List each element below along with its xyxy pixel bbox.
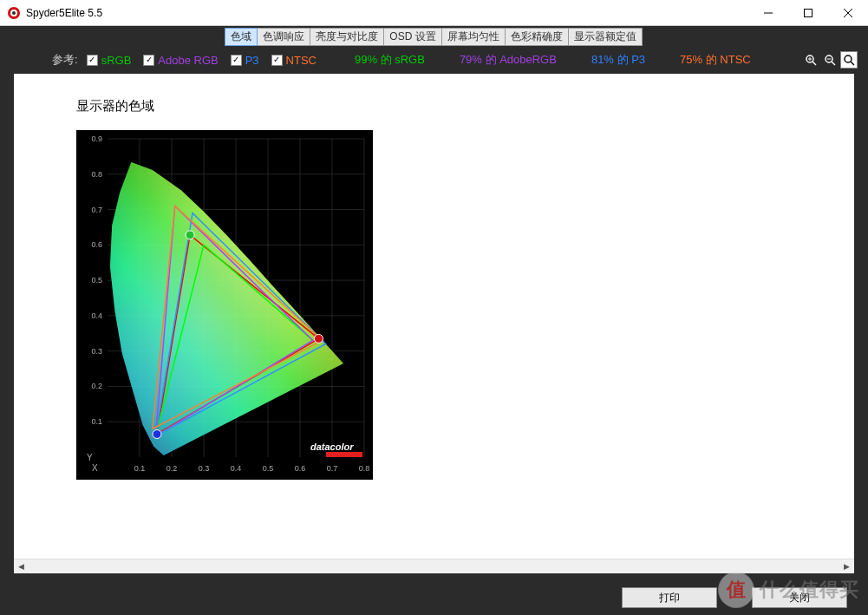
checkbox-adobergb[interactable]: ✓ <box>143 55 154 66</box>
label-adobergb: Adobe RGB <box>158 54 218 67</box>
svg-text:datacolor: datacolor <box>310 442 354 452</box>
tab-gamut[interactable]: 色域 <box>225 28 258 46</box>
svg-text:0.6: 0.6 <box>295 464 306 473</box>
close-app-button[interactable]: 关闭 <box>752 587 847 608</box>
svg-point-14 <box>845 56 852 62</box>
zoom-in-button[interactable] <box>802 51 819 69</box>
svg-text:0.4: 0.4 <box>231 464 242 473</box>
title-bar: Spyder5Elite 5.5 <box>0 0 868 26</box>
print-button[interactable]: 打印 <box>622 587 717 608</box>
coverage-srgb: 99% 的 sRGB <box>355 52 425 68</box>
label-p3: P3 <box>245 54 259 67</box>
svg-line-15 <box>851 62 854 65</box>
coverage-ntsc: 75% 的 NTSC <box>680 52 751 68</box>
close-button[interactable] <box>828 0 868 25</box>
svg-text:0.8: 0.8 <box>359 464 370 473</box>
checkbox-srgb[interactable]: ✓ <box>87 55 98 66</box>
svg-text:0.2: 0.2 <box>91 382 102 390</box>
tab-osd-settings[interactable]: OSD 设置 <box>383 28 441 46</box>
tab-tone-response[interactable]: 色调响应 <box>257 28 310 46</box>
svg-point-2 <box>12 11 16 15</box>
coverage-adobergb: 79% 的 AdobeRGB <box>460 52 557 68</box>
svg-text:0.2: 0.2 <box>166 464 178 473</box>
svg-text:0.7: 0.7 <box>91 206 102 214</box>
svg-text:0.3: 0.3 <box>199 464 210 473</box>
tab-screen-uniformity[interactable]: 屏幕均匀性 <box>441 28 506 46</box>
svg-text:0.1: 0.1 <box>91 417 102 426</box>
svg-text:0.6: 0.6 <box>91 240 102 249</box>
reference-label: 参考: <box>52 52 78 68</box>
coverage-p3: 81% 的 P3 <box>591 52 645 68</box>
tab-color-accuracy[interactable]: 色彩精确度 <box>505 28 569 46</box>
horizontal-scrollbar[interactable]: ◀ ▶ <box>14 559 854 573</box>
svg-point-52 <box>314 334 323 343</box>
svg-rect-56 <box>326 452 362 457</box>
chart-title: 显示器的色域 <box>76 98 854 114</box>
zoom-out-button[interactable] <box>821 51 839 69</box>
window-title: Spyder5Elite 5.5 <box>26 7 748 19</box>
svg-rect-4 <box>805 9 813 16</box>
tab-brightness-contrast[interactable]: 亮度与对比度 <box>310 28 384 46</box>
checkbox-ntsc[interactable]: ✓ <box>271 55 283 66</box>
svg-text:0.9: 0.9 <box>91 134 102 143</box>
svg-text:0.3: 0.3 <box>91 347 102 356</box>
svg-text:0.5: 0.5 <box>91 276 102 285</box>
maximize-button[interactable] <box>788 0 828 25</box>
tab-bar: 色域 色调响应 亮度与对比度 OSD 设置 屏幕均匀性 色彩精确度 显示器额定值 <box>225 28 642 46</box>
minimize-button[interactable] <box>748 0 788 25</box>
svg-text:X: X <box>92 463 98 473</box>
tab-monitor-rating[interactable]: 显示器额定值 <box>568 28 643 46</box>
svg-text:0.8: 0.8 <box>91 170 102 179</box>
svg-text:0.4: 0.4 <box>91 311 102 320</box>
svg-line-8 <box>813 62 816 65</box>
svg-text:0.1: 0.1 <box>134 464 146 473</box>
label-ntsc: NTSC <box>286 54 317 67</box>
svg-text:0.7: 0.7 <box>327 464 338 473</box>
svg-text:0.5: 0.5 <box>263 464 274 473</box>
zoom-fit-button[interactable] <box>840 51 858 69</box>
svg-line-12 <box>832 62 835 65</box>
checkbox-p3[interactable]: ✓ <box>231 55 242 66</box>
svg-point-53 <box>186 231 194 239</box>
svg-text:Y: Y <box>87 453 93 462</box>
chromaticity-chart: 0.10.20.30.40.50.60.70.80.10.20.30.40.50… <box>76 130 373 480</box>
app-icon <box>7 6 21 20</box>
label-srgb: sRGB <box>101 54 132 67</box>
svg-point-54 <box>153 429 161 438</box>
scroll-left-arrow[interactable]: ◀ <box>14 560 29 573</box>
scroll-right-arrow[interactable]: ▶ <box>839 560 854 573</box>
